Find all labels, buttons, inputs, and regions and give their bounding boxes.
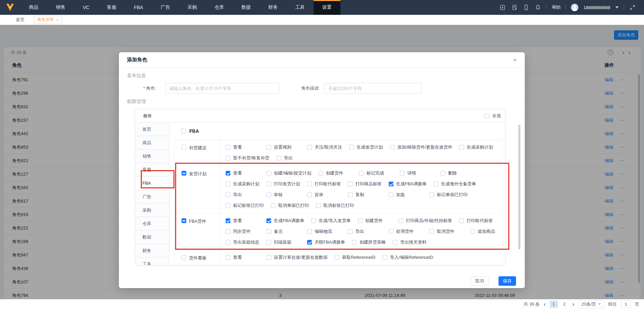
permission-checkbox[interactable]: [226, 203, 230, 208]
permission-item[interactable]: 导出: [277, 155, 310, 161]
permission-item[interactable]: 标记标签已打印: [226, 203, 264, 209]
permission-item[interactable]: 加急: [389, 192, 422, 198]
nav-item-采购[interactable]: 采购: [179, 0, 206, 15]
brand-logo-icon[interactable]: [0, 0, 20, 15]
nav-item-客服[interactable]: 客服: [98, 0, 125, 15]
permission-item[interactable]: 获取ReferenceID: [335, 254, 376, 260]
permission-checkbox[interactable]: [307, 240, 312, 245]
permission-checkbox[interactable]: [316, 203, 321, 208]
permission-checkbox[interactable]: [352, 240, 357, 245]
user-avatar[interactable]: [571, 4, 578, 11]
permission-item[interactable]: 生成FBA调拨单: [266, 218, 304, 224]
role-name-input[interactable]: [165, 83, 280, 94]
role-desc-input[interactable]: [324, 83, 422, 94]
permission-checkbox[interactable]: [398, 218, 403, 223]
page-number-2[interactable]: 2: [560, 301, 569, 308]
permission-item[interactable]: 取消单据已打印: [271, 203, 309, 209]
permission-checkbox[interactable]: [226, 255, 230, 260]
next-page-icon[interactable]: ›: [573, 302, 574, 307]
nav-item-工具[interactable]: 工具: [287, 0, 314, 15]
permission-item[interactable]: 关注/取消关注: [307, 144, 342, 150]
page-number-1[interactable]: 1: [550, 301, 558, 308]
module-title-checkbox[interactable]: [181, 129, 186, 133]
permission-item[interactable]: 反审: [307, 192, 341, 198]
permission-item[interactable]: 查看: [226, 218, 259, 224]
permission-checkbox[interactable]: [266, 255, 271, 260]
permission-item[interactable]: 备注: [266, 228, 300, 235]
permission-checkbox[interactable]: [459, 218, 464, 223]
module-tab-商品[interactable]: 商品: [135, 136, 169, 150]
permission-item[interactable]: 查看: [226, 170, 259, 176]
permission-checkbox[interactable]: [307, 145, 312, 150]
permission-item[interactable]: 导出装箱信息: [226, 239, 259, 245]
permission-checkbox[interactable]: [271, 203, 276, 208]
permission-checkbox[interactable]: [226, 182, 230, 186]
group-checkbox[interactable]: [182, 145, 186, 150]
permission-item[interactable]: 标记完成: [359, 170, 393, 176]
permission-checkbox[interactable]: [266, 229, 271, 234]
permission-item[interactable]: 设置规则: [266, 144, 300, 150]
permission-item[interactable]: 创建货件: [318, 170, 352, 176]
permission-checkbox[interactable]: [389, 229, 393, 234]
nav-item-销售[interactable]: 销售: [47, 0, 74, 15]
chevron-down-icon[interactable]: [615, 6, 619, 8]
permission-item[interactable]: 关联FBA调拨单: [307, 239, 345, 245]
select-all-checkbox[interactable]: [485, 114, 489, 118]
nav-item-商品[interactable]: 商品: [20, 0, 47, 15]
nav-item-财务[interactable]: 财务: [260, 0, 287, 15]
permission-item[interactable]: 编辑物流: [307, 228, 341, 235]
permission-checkbox[interactable]: [307, 182, 312, 186]
permission-checkbox[interactable]: [359, 171, 364, 176]
expand-icon[interactable]: [629, 4, 636, 11]
permission-checkbox[interactable]: [390, 145, 395, 150]
permission-item[interactable]: 追加商品: [470, 228, 504, 235]
nav-item-设置[interactable]: 设置: [314, 0, 341, 15]
tab-role-management[interactable]: 角色管理 ×: [34, 16, 62, 24]
permission-item[interactable]: 导入/编辑ReferenceID: [383, 254, 433, 260]
permission-checkbox[interactable]: [311, 218, 316, 223]
group-checkbox[interactable]: [182, 171, 186, 176]
permission-item[interactable]: 打印欧代标签: [459, 218, 493, 224]
module-tab-仓库[interactable]: 仓库: [135, 217, 169, 230]
permission-item[interactable]: 生成FBA调拨单: [389, 181, 426, 187]
module-tab-客服[interactable]: 客服: [135, 163, 169, 177]
permission-item[interactable]: 打印商品标签: [348, 181, 382, 187]
group-checkbox[interactable]: [182, 255, 186, 260]
permission-item[interactable]: 详情: [400, 170, 433, 176]
permission-item[interactable]: 打印欧代标签: [307, 181, 341, 187]
permission-checkbox[interactable]: [348, 182, 353, 186]
close-icon[interactable]: ×: [513, 57, 517, 63]
permission-checkbox[interactable]: [226, 171, 230, 176]
group-checkbox[interactable]: [182, 218, 186, 223]
permission-checkbox[interactable]: [470, 229, 475, 234]
permission-checkbox[interactable]: [266, 145, 271, 150]
permission-item[interactable]: 创建拼货策略: [352, 239, 386, 245]
permission-item[interactable]: 复制: [348, 192, 382, 198]
module-tab-首页[interactable]: 首页: [135, 123, 169, 136]
permission-checkbox[interactable]: [400, 171, 405, 176]
nav-item-广告[interactable]: 广告: [152, 0, 179, 15]
permission-item[interactable]: 标记单据已打印: [429, 192, 468, 198]
permission-item[interactable]: 审核: [266, 192, 300, 198]
permission-item[interactable]: 创建货件: [358, 218, 391, 224]
permission-item[interactable]: 生成/导入发货单: [311, 218, 351, 224]
permission-checkbox[interactable]: [441, 171, 445, 176]
permission-checkbox[interactable]: [266, 240, 271, 245]
permission-item[interactable]: 添加/移除货件/更新在途货件: [390, 144, 452, 150]
permission-checkbox[interactable]: [266, 218, 271, 223]
permission-checkbox[interactable]: [266, 171, 271, 176]
permission-checkbox[interactable]: [348, 192, 353, 197]
permission-checkbox[interactable]: [459, 145, 464, 150]
permission-item[interactable]: 处理货件: [389, 228, 422, 235]
select-all-control[interactable]: 全选: [485, 113, 501, 119]
prev-page-icon[interactable]: ‹: [544, 302, 545, 307]
permission-checkbox[interactable]: [393, 240, 397, 245]
permission-item[interactable]: 生成采购计划: [459, 144, 493, 150]
module-tab-广告[interactable]: 广告: [135, 190, 169, 204]
permission-checkbox[interactable]: [277, 156, 281, 160]
permission-item[interactable]: 生成发货计划: [349, 144, 383, 150]
cancel-button[interactable]: 取消: [471, 276, 489, 286]
permission-item[interactable]: 删除: [441, 170, 474, 176]
permission-checkbox[interactable]: [429, 229, 434, 234]
user-phone[interactable]: 18888888888: [583, 5, 610, 10]
